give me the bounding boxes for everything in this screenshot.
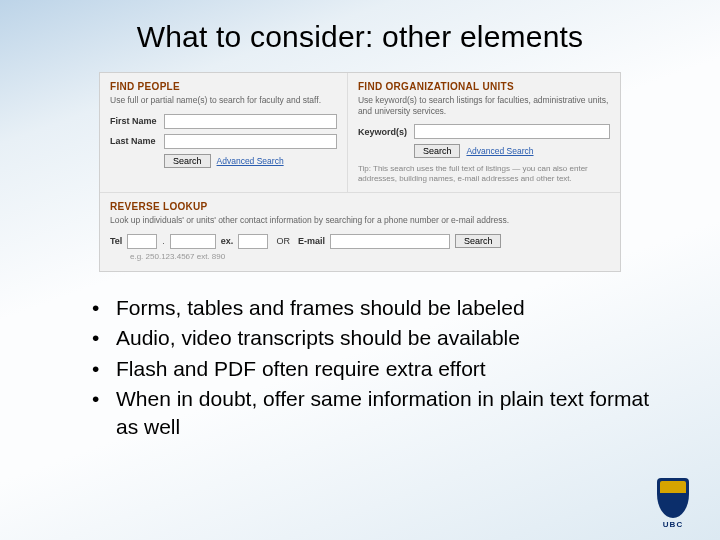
keyword-input[interactable] (414, 124, 610, 139)
first-name-label: First Name (110, 116, 164, 126)
bullet-text: When in doubt, offer same information in… (116, 385, 672, 442)
tel-label: Tel (110, 236, 122, 246)
people-advanced-link[interactable]: Advanced Search (217, 156, 284, 166)
tel-ext-input[interactable] (238, 234, 268, 249)
bullet-dot-icon: • (92, 355, 116, 383)
find-people-header: FIND PEOPLE (110, 81, 337, 92)
last-name-input[interactable] (164, 134, 337, 149)
org-advanced-link[interactable]: Advanced Search (466, 146, 533, 156)
bullet-dot-icon: • (92, 294, 116, 322)
bullet-item: •Audio, video transcripts should be avai… (92, 324, 672, 352)
bullet-item: •When in doubt, offer same information i… (92, 385, 672, 442)
bullet-text: Audio, video transcripts should be avail… (116, 324, 672, 352)
bullet-item: •Forms, tables and frames should be labe… (92, 294, 672, 322)
ext-label: ex. (221, 236, 234, 246)
email-label: E-mail (298, 236, 325, 246)
tel-example: e.g. 250.123.4567 ext. 890 (110, 252, 610, 261)
last-name-label: Last Name (110, 136, 164, 146)
bullet-text: Flash and PDF often require extra effort (116, 355, 672, 383)
find-org-header: FIND ORGANIZATIONAL UNITS (358, 81, 610, 92)
org-search-button[interactable]: Search (414, 144, 461, 158)
tel-area-input[interactable] (127, 234, 157, 249)
shield-icon (657, 478, 689, 518)
org-tip: Tip: This search uses the full text of l… (358, 164, 610, 184)
find-org-section: FIND ORGANIZATIONAL UNITS Use keyword(s)… (348, 73, 620, 192)
bullet-text: Forms, tables and frames should be label… (116, 294, 672, 322)
bullet-list: •Forms, tables and frames should be labe… (92, 294, 672, 442)
bullet-dot-icon: • (92, 324, 116, 352)
keyword-label: Keyword(s) (358, 127, 414, 137)
logo-text: UBC (654, 520, 692, 529)
or-text: OR (276, 236, 290, 246)
email-input[interactable] (330, 234, 450, 249)
find-people-section: FIND PEOPLE Use full or partial name(s) … (100, 73, 348, 192)
tel-number-input[interactable] (170, 234, 216, 249)
reverse-desc: Look up individuals' or units' other con… (110, 215, 610, 226)
find-people-desc: Use full or partial name(s) to search fo… (110, 95, 337, 106)
reverse-search-button[interactable]: Search (455, 234, 502, 248)
bullet-dot-icon: • (92, 385, 116, 442)
people-search-button[interactable]: Search (164, 154, 211, 168)
ubc-logo: UBC (654, 478, 692, 526)
reverse-lookup-section: REVERSE LOOKUP Look up individuals' or u… (100, 192, 620, 271)
form-screenshot: FIND PEOPLE Use full or partial name(s) … (99, 72, 621, 272)
reverse-header: REVERSE LOOKUP (110, 201, 610, 212)
slide-title: What to consider: other elements (48, 20, 672, 54)
find-org-desc: Use keyword(s) to search listings for fa… (358, 95, 610, 116)
bullet-item: •Flash and PDF often require extra effor… (92, 355, 672, 383)
first-name-input[interactable] (164, 114, 337, 129)
